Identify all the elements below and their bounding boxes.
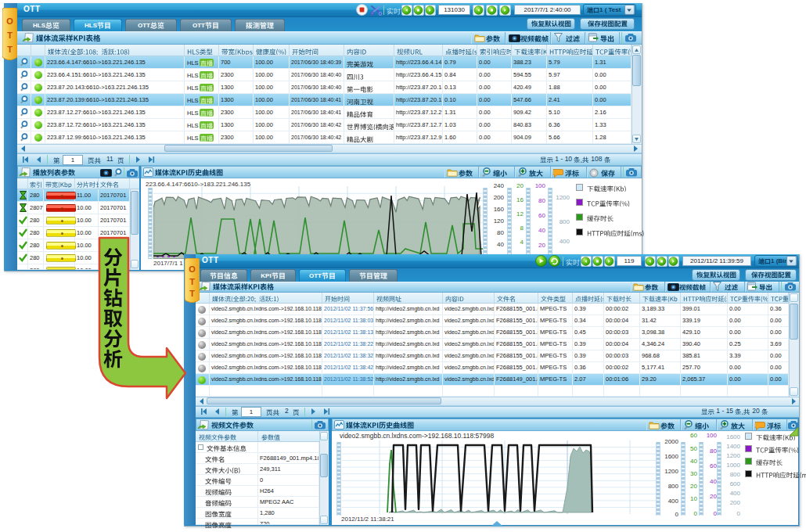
svg-text:T: T bbox=[7, 31, 13, 40]
svg-text:T: T bbox=[7, 45, 13, 54]
svg-text:O: O bbox=[6, 16, 13, 26]
